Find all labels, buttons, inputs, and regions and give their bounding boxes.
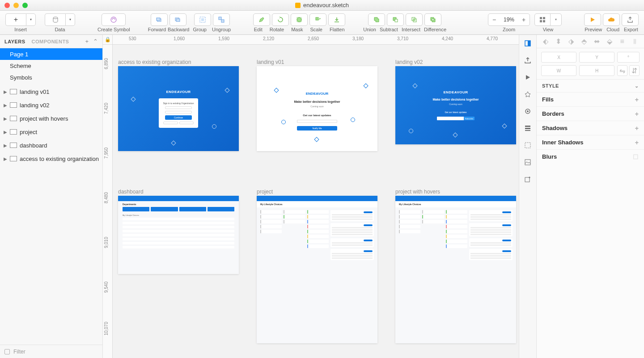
page-item[interactable]: Symbols [0, 72, 102, 83]
difference-button[interactable] [424, 13, 441, 26]
create-symbol-button[interactable] [102, 13, 126, 26]
intersect-button[interactable] [406, 13, 423, 26]
artboard-label[interactable]: project with hovers [395, 189, 440, 195]
collapse-pages-button[interactable]: ⌃ [93, 38, 98, 45]
add-inner-shadow-button[interactable]: + [635, 139, 639, 146]
layer-item[interactable]: ▶project [0, 125, 102, 139]
fills-section[interactable]: Fills+ [537, 92, 644, 106]
subtract-button[interactable] [387, 13, 404, 26]
artboard-label[interactable]: landing v02 [395, 59, 423, 65]
layer-item[interactable]: ▶dashboard [0, 139, 102, 152]
filter-bar[interactable]: Filter [0, 345, 102, 358]
align-center-h-icon[interactable]: ⬍ [555, 38, 562, 45]
align-center-v-icon[interactable]: ⬌ [593, 38, 600, 45]
coord-h-field[interactable]: H [579, 65, 614, 76]
borders-section[interactable]: Borders+ [537, 106, 644, 121]
data-dropdown[interactable]: ▾ [65, 13, 75, 26]
disclosure-icon[interactable]: ▶ [4, 89, 7, 94]
shadows-section[interactable]: Shadows+ [537, 121, 644, 135]
rail-export-icon[interactable] [523, 55, 533, 65]
edit-button[interactable] [253, 13, 270, 26]
align-left-icon[interactable]: ⬖ [542, 38, 549, 45]
preview-button[interactable] [584, 13, 601, 26]
zoom-in-button[interactable]: + [518, 14, 530, 25]
rail-inspector-icon[interactable] [523, 38, 533, 48]
layer-item[interactable]: ▶project with hovers [0, 112, 102, 125]
layer-item[interactable]: ▶access to existing organization [0, 152, 102, 165]
page-item[interactable]: Page 1 [0, 48, 102, 60]
align-bottom-icon[interactable]: ⬙ [606, 38, 613, 45]
artboard-dashboard[interactable]: Departments My Lifestyle Choices [118, 196, 239, 274]
page-item[interactable]: Scheme [0, 60, 102, 72]
artboard-project[interactable]: My Lifestyle Choices [257, 196, 377, 343]
tab-components[interactable]: COMPONENTS [32, 39, 69, 44]
flip-v-button[interactable]: ⇵ [629, 65, 640, 76]
blur-toggle[interactable]: ☐ [633, 153, 639, 160]
cloud-label: Cloud [606, 27, 619, 32]
zoom-out-button[interactable]: − [488, 14, 500, 25]
artboard-label[interactable]: project [257, 189, 273, 195]
align-right-icon[interactable]: ⬗ [568, 38, 575, 45]
rail-image-icon[interactable] [523, 157, 533, 167]
coord-w-field[interactable]: W [541, 65, 576, 76]
coord-angle-field[interactable]: ° [617, 52, 640, 63]
artboard-landing-v02[interactable]: ENDEAVOUR Make better decisions together… [395, 66, 516, 144]
zoom-value[interactable]: 19% [500, 17, 518, 23]
distribute-h-icon[interactable]: ≡ [619, 38, 626, 45]
rail-layout-icon[interactable] [523, 123, 533, 133]
export-button[interactable] [622, 13, 639, 26]
mask-button[interactable] [291, 13, 308, 26]
layer-item[interactable]: ▶landing v01 [0, 85, 102, 98]
artboard-landing-v01[interactable]: ENDEAVOUR Make better decisions together… [257, 66, 377, 151]
scale-button[interactable] [309, 13, 326, 26]
tab-layers[interactable]: LAYERS [4, 39, 25, 44]
rail-prototype-icon[interactable] [523, 89, 533, 99]
add-fill-button[interactable]: + [635, 96, 639, 103]
layer-item[interactable]: ▶landing v02 [0, 98, 102, 112]
disclosure-icon[interactable]: ▶ [4, 116, 7, 121]
add-border-button[interactable]: + [635, 110, 639, 118]
canvas[interactable]: access to existing organization ENDEAVOU… [113, 45, 519, 358]
artboard-label[interactable]: landing v01 [257, 59, 284, 65]
rail-resize-icon[interactable] [523, 140, 533, 150]
blurs-section[interactable]: Blurs☐ [537, 149, 644, 164]
insert-button[interactable]: + [5, 13, 26, 26]
rotate-button[interactable] [272, 13, 289, 26]
style-header: STYLE [542, 83, 559, 88]
backward-button[interactable] [169, 13, 186, 26]
coord-y-field[interactable]: Y [579, 52, 614, 63]
insert-dropdown[interactable]: ▾ [26, 13, 36, 26]
disclosure-icon[interactable]: ▶ [4, 143, 7, 148]
chevron-down-icon[interactable]: ⌄ [635, 83, 639, 89]
union-button[interactable] [368, 13, 385, 26]
rail-play-icon[interactable] [523, 72, 533, 82]
coord-x-field[interactable]: X [541, 52, 576, 63]
artboard-access[interactable]: ENDEAVOUR Sign in to existing Organizati… [118, 66, 239, 151]
ruler-lock-icon[interactable]: 🔒 [103, 35, 113, 44]
add-page-button[interactable]: + [85, 38, 89, 45]
align-top-icon[interactable]: ⬘ [580, 38, 588, 45]
disclosure-icon[interactable]: ▶ [4, 130, 7, 135]
forward-button[interactable] [151, 13, 168, 26]
add-shadow-button[interactable]: + [635, 125, 639, 132]
artboard-project-hovers[interactable]: My Lifestyle Choices [395, 196, 516, 343]
union-icon [373, 16, 380, 23]
disclosure-icon[interactable]: ▶ [4, 156, 7, 161]
view-button[interactable]: ▾ [534, 13, 562, 26]
cloud-button[interactable] [603, 13, 620, 26]
cta-text: Get our latest updates [303, 114, 331, 117]
ungroup-button[interactable] [213, 13, 230, 26]
data-button[interactable] [45, 13, 65, 26]
disclosure-icon[interactable]: ▶ [4, 103, 7, 108]
right-rail [519, 35, 537, 358]
artboard-label[interactable]: dashboard [118, 189, 144, 195]
edit-icon [258, 16, 265, 23]
flip-h-button[interactable]: ⇋ [617, 65, 627, 76]
distribute-v-icon[interactable]: ⫴ [631, 38, 639, 45]
rail-settings-icon[interactable] [523, 106, 533, 116]
inner-shadows-section[interactable]: Inner Shadows+ [537, 135, 644, 149]
rail-add-image-icon[interactable] [523, 174, 533, 184]
artboard-label[interactable]: access to existing organization [118, 59, 191, 65]
group-button[interactable] [194, 13, 211, 26]
flatten-button[interactable] [328, 13, 345, 26]
